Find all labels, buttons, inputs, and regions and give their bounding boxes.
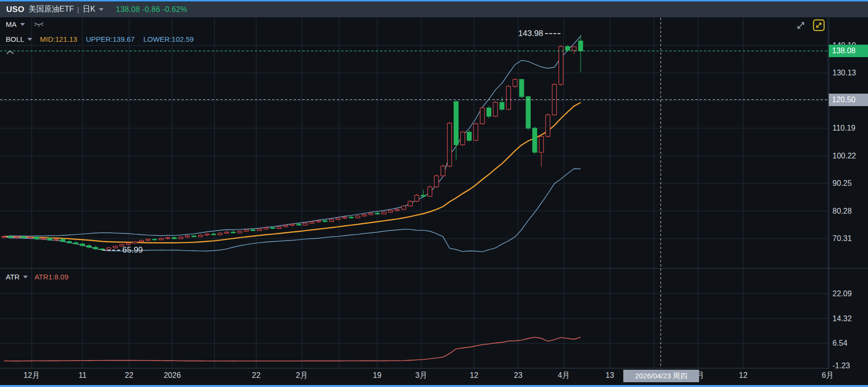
boll-label[interactable]: BOLL bbox=[6, 35, 24, 43]
expand-diagonal-icon[interactable] bbox=[796, 20, 806, 31]
low-price-label: 65.99 bbox=[122, 245, 143, 255]
svg-text:100.22: 100.22 bbox=[832, 152, 856, 160]
svg-text:110.19: 110.19 bbox=[832, 124, 856, 132]
svg-text:4月: 4月 bbox=[558, 371, 570, 379]
bollinger-bands bbox=[4, 36, 581, 252]
atr-line bbox=[4, 337, 581, 361]
chart-app: USO 美国原油ETF | 日K 138.08 -0.86 -0.62% 140… bbox=[0, 0, 868, 387]
candles bbox=[2, 35, 583, 251]
boll-lower-value: LOWER:102.59 bbox=[143, 35, 194, 43]
svg-text:130.13: 130.13 bbox=[832, 69, 856, 77]
atr-label[interactable]: ATR bbox=[6, 273, 20, 281]
ma-caret-down-icon[interactable] bbox=[20, 23, 25, 26]
low-annotation-dash bbox=[103, 250, 120, 251]
ma-legend-row: MA bbox=[6, 20, 44, 28]
crosshair bbox=[0, 18, 829, 368]
svg-text:3月: 3月 bbox=[416, 371, 428, 379]
svg-text:22.09: 22.09 bbox=[832, 290, 852, 298]
svg-text:80.28: 80.28 bbox=[832, 207, 852, 215]
svg-text:70.31: 70.31 bbox=[832, 234, 852, 242]
axis-labels: 140.10130.13120.16110.19100.2290.2580.28… bbox=[24, 41, 856, 380]
boll-mid-value: MID:121.13 bbox=[40, 35, 77, 43]
fullscreen-icon[interactable] bbox=[813, 19, 825, 31]
low-price-annotation: 65.99 bbox=[103, 245, 143, 255]
atr-value: ATR1:8.09 bbox=[35, 273, 69, 281]
candlestick-chart[interactable]: 140.10130.13120.16110.19100.2290.2580.28… bbox=[0, 0, 868, 387]
grid-lines bbox=[0, 18, 829, 368]
svg-text:90.25: 90.25 bbox=[832, 179, 852, 187]
chart-tools bbox=[796, 19, 825, 31]
svg-text:6.54: 6.54 bbox=[832, 339, 847, 347]
svg-text:14.32: 14.32 bbox=[832, 314, 852, 323]
svg-text:2026: 2026 bbox=[164, 371, 181, 379]
svg-text:6月: 6月 bbox=[822, 371, 834, 379]
svg-text:12月: 12月 bbox=[24, 371, 40, 379]
high-price-annotation: 143.98 bbox=[518, 29, 560, 38]
boll-legend-row: BOLL MID:121.13 UPPER:139.67 LOWER:102.5… bbox=[6, 35, 194, 43]
chevron-up-icon bbox=[6, 50, 14, 55]
atr-caret-down-icon[interactable] bbox=[23, 276, 28, 278]
crosshair-price-badge: 120.50 bbox=[829, 94, 868, 106]
panel-separators bbox=[0, 18, 868, 368]
eye-off-icon[interactable] bbox=[34, 21, 44, 28]
svg-text:13: 13 bbox=[606, 371, 614, 379]
current-price-badge: 138.08 bbox=[829, 45, 868, 57]
high-annotation-dash bbox=[545, 33, 560, 34]
svg-text:22: 22 bbox=[252, 371, 261, 379]
svg-text:23: 23 bbox=[514, 371, 523, 379]
boll-mid-line bbox=[4, 103, 581, 243]
svg-text:12: 12 bbox=[739, 371, 748, 379]
boll-upper-value: UPPER:139.67 bbox=[86, 35, 135, 43]
ma-label[interactable]: MA bbox=[6, 20, 17, 28]
svg-text:19: 19 bbox=[373, 371, 381, 379]
boll-caret-down-icon[interactable] bbox=[27, 38, 32, 41]
high-price-label: 143.98 bbox=[518, 29, 543, 38]
svg-text:-1.23: -1.23 bbox=[832, 362, 850, 370]
collapse-legend-button[interactable] bbox=[6, 50, 14, 55]
svg-text:2月: 2月 bbox=[296, 371, 308, 379]
svg-text:22: 22 bbox=[125, 371, 133, 379]
atr-legend-row: ATR ATR1:8.09 bbox=[6, 273, 68, 281]
svg-text:12: 12 bbox=[470, 371, 478, 379]
svg-text:11: 11 bbox=[79, 371, 87, 379]
crosshair-date-badge: 2026/04/23 周四 bbox=[623, 370, 699, 382]
